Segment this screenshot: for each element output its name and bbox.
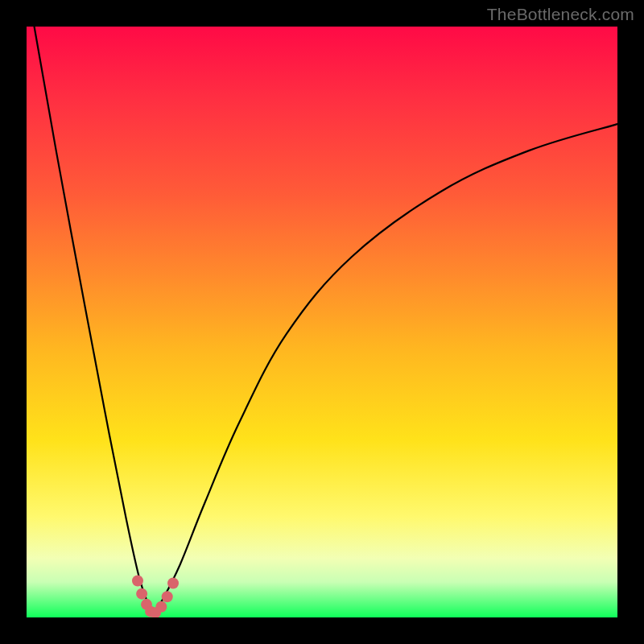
highlight-dot [167,577,179,588]
chart-container: TheBottleneck.com [0,0,644,644]
highlight-dot [162,591,173,602]
highlight-dot [155,601,167,613]
watermark-text: TheBottleneck.com [487,5,634,24]
highlight-dot [136,588,147,600]
plot-area [27,27,617,617]
curve-left-branch [35,27,154,613]
highlight-dot [132,575,143,586]
curve-right-branch [154,124,617,613]
optimal-zone-dots [132,575,179,617]
curve-svg [27,27,617,617]
